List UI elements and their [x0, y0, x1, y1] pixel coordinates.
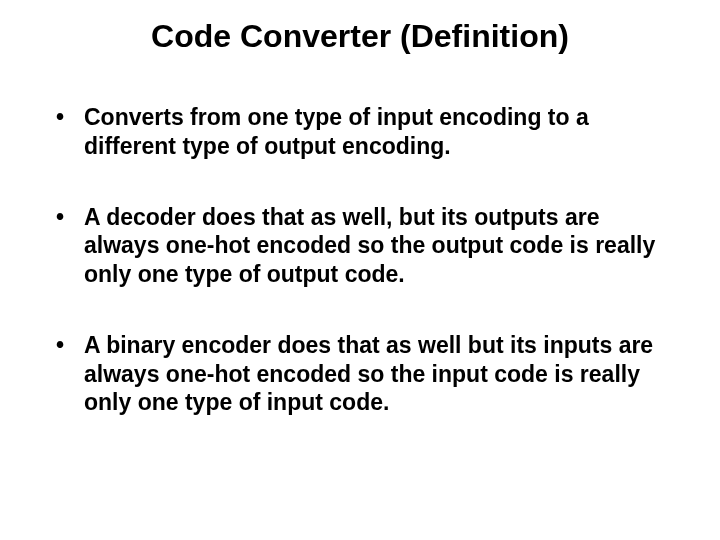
list-item: A decoder does that as well, but its out… [48, 203, 680, 289]
list-item: Converts from one type of input encoding… [48, 103, 680, 161]
page-title: Code Converter (Definition) [40, 18, 680, 55]
slide: Code Converter (Definition) Converts fro… [0, 0, 720, 540]
list-item: A binary encoder does that as well but i… [48, 331, 680, 417]
bullet-list: Converts from one type of input encoding… [40, 103, 680, 417]
